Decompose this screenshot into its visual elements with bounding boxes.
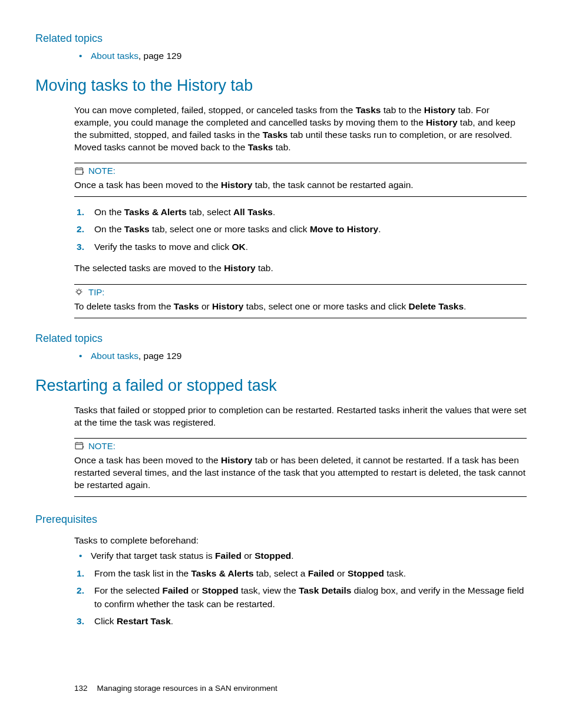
callout-head: NOTE:: [74, 166, 527, 176]
bold: All Tasks: [233, 207, 273, 217]
text: The selected tasks are moved to the: [74, 263, 224, 273]
text: .: [171, 616, 173, 626]
step-item: From the task list in the Tasks & Alerts…: [74, 566, 527, 580]
prerequisites-heading: Prerequisites: [35, 513, 527, 526]
bold: History: [221, 180, 252, 190]
step-item: On the Tasks & Alerts tab, select All Ta…: [74, 205, 527, 219]
section-heading-moving-tasks: Moving tasks to the History tab: [35, 77, 527, 95]
text: tabs, select one or more tasks and click: [243, 301, 408, 311]
text: .: [273, 207, 275, 217]
rule: [74, 496, 527, 497]
tip-callout: TIP: To delete tasks from the Tasks or H…: [74, 284, 527, 318]
bold: Task Details: [299, 585, 351, 595]
paragraph: You can move completed, failed, stopped,…: [74, 104, 527, 154]
text: Verify the tasks to move and click: [94, 242, 232, 252]
text: .: [291, 551, 293, 561]
prereq-steps: From the task list in the Tasks & Alerts…: [74, 566, 527, 628]
text: or: [189, 585, 201, 595]
text: On the: [94, 207, 124, 217]
bold: Tasks & Alerts: [124, 207, 187, 217]
bold: Tasks: [248, 142, 273, 152]
step-item: Click Restart Task.: [74, 614, 527, 628]
tip-body: To delete tasks from the Tasks or Histor…: [74, 301, 527, 313]
paragraph: Tasks to complete beforehand:: [74, 535, 527, 547]
list-item: About tasks, page 129: [74, 350, 527, 363]
text: Verify that target task status is: [91, 551, 215, 561]
list-item: About tasks, page 129: [74, 50, 527, 62]
note-icon: [74, 167, 85, 175]
related-topics-heading: Related topics: [35, 32, 527, 45]
callout-head: NOTE:: [74, 441, 527, 451]
text: .: [464, 301, 466, 311]
text: From the task list in the: [94, 568, 191, 578]
list-item: Verify that target task status is Failed…: [74, 549, 527, 562]
bold: Tasks: [356, 105, 381, 115]
bold: Tasks: [124, 224, 150, 234]
rule: [74, 163, 527, 163]
text: Once a task has been moved to the: [74, 455, 221, 465]
bold: Delete Tasks: [408, 301, 464, 311]
note-label: NOTE:: [88, 441, 115, 451]
steps-list: On the Tasks & Alerts tab, select All Ta…: [74, 205, 527, 253]
text: tab, select one or more tasks and click: [150, 224, 310, 234]
footer-title: Managing storage resources in a SAN envi…: [97, 684, 277, 693]
paragraph: Tasks that failed or stopped prior to co…: [74, 404, 527, 429]
rule: [74, 196, 527, 197]
callout-head: TIP:: [74, 287, 527, 297]
text: or: [199, 301, 212, 311]
page-number: 132: [74, 684, 88, 693]
bold: Tasks: [174, 301, 199, 311]
text: Once a task has been moved to the: [74, 180, 221, 190]
link-tail: , page 129: [138, 51, 181, 61]
bold: Stopped: [348, 568, 384, 578]
text: task, view the: [239, 585, 299, 595]
svg-rect-2: [75, 443, 83, 450]
tip-icon: [74, 288, 85, 296]
bold: Tasks: [263, 130, 288, 140]
related-topics-list: About tasks, page 129: [74, 50, 527, 62]
note-icon: [74, 442, 85, 450]
text: task.: [384, 568, 406, 578]
text: On the: [94, 224, 124, 234]
link-tail: , page 129: [138, 351, 181, 361]
bold: Tasks & Alerts: [191, 568, 254, 578]
section-heading-restarting-task: Restarting a failed or stopped task: [35, 377, 527, 395]
link-about-tasks[interactable]: About tasks: [91, 51, 138, 61]
link-about-tasks[interactable]: About tasks: [91, 351, 138, 361]
svg-point-1: [77, 290, 81, 294]
page: Related topics About tasks, page 129 Mov…: [0, 0, 562, 728]
bold: Stopped: [202, 585, 239, 595]
prereq-bullets: Verify that target task status is Failed…: [74, 549, 527, 562]
text: or: [335, 568, 348, 578]
bold: OK: [232, 242, 245, 252]
svg-rect-0: [75, 168, 83, 174]
text: tab, the task cannot be restarted again.: [252, 180, 413, 190]
bold: Failed: [162, 585, 189, 595]
note-label: NOTE:: [88, 166, 115, 176]
text: tab, select: [187, 207, 233, 217]
text: tab, select a: [254, 568, 308, 578]
text: Click: [94, 616, 117, 626]
note-callout: NOTE: Once a task has been moved to the …: [74, 163, 527, 197]
bold: History: [221, 455, 252, 465]
bold: Failed: [215, 551, 242, 561]
paragraph: The selected tasks are moved to the Hist…: [74, 262, 527, 275]
rule: [74, 318, 527, 318]
bold: Restart Task: [117, 616, 171, 626]
text: .: [378, 224, 381, 234]
text: To delete tasks from the: [74, 301, 174, 311]
bold: Failed: [308, 568, 335, 578]
text: tab.: [256, 263, 273, 273]
step-item: On the Tasks tab, select one or more tas…: [74, 222, 527, 236]
text: tab to the: [381, 105, 424, 115]
text: You can move completed, failed, stopped,…: [74, 105, 356, 115]
text: .: [246, 242, 248, 252]
rule: [74, 438, 527, 439]
step-item: For the selected Failed or Stopped task,…: [74, 584, 527, 611]
text: For the selected: [94, 585, 162, 595]
related-topics-heading: Related topics: [35, 332, 527, 345]
bold: History: [224, 263, 255, 273]
text: or: [242, 551, 254, 561]
page-footer: 132Managing storage resources in a SAN e…: [74, 684, 277, 693]
text: tab.: [273, 142, 290, 152]
